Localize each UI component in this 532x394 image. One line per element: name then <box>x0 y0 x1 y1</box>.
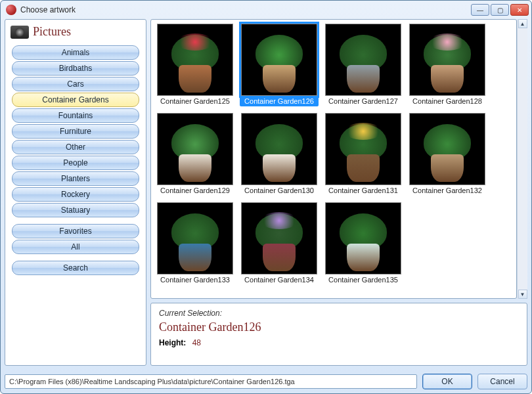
category-container-gardens[interactable]: Container Gardens <box>12 93 139 107</box>
thumbnail-caption: Container Garden130 <box>240 185 319 196</box>
thumbnail-caption: Container Garden135 <box>324 274 403 285</box>
thumbnail-item[interactable]: Container Garden132 <box>407 113 487 196</box>
selection-heading: Current Selection: <box>159 309 519 318</box>
titlebar: Choose artwork — ▢ ✕ <box>1 1 531 19</box>
thumbnail-caption: Container Garden125 <box>156 96 234 106</box>
thumbnail-item[interactable]: Container Garden126 <box>239 24 319 106</box>
thumbnail-caption: Container Garden134 <box>240 274 319 285</box>
sidebar-title: Pictures <box>33 25 71 39</box>
category-statuary[interactable]: Statuary <box>12 203 139 217</box>
scroll-down-icon[interactable]: ▼ <box>518 290 527 299</box>
ok-button[interactable]: OK <box>422 374 472 389</box>
height-value: 48 <box>192 338 201 347</box>
thumbnail-item[interactable]: Container Garden129 <box>155 113 235 196</box>
cancel-button[interactable]: Cancel <box>477 374 527 389</box>
thumbnail-item[interactable]: Container Garden125 <box>155 24 235 106</box>
thumbnail-caption: Container Garden128 <box>408 96 487 106</box>
category-all[interactable]: All <box>12 240 139 254</box>
thumbnail-caption: Container Garden126 <box>240 96 319 106</box>
thumbnail-item[interactable]: Container Garden134 <box>239 202 319 285</box>
thumbnail-item[interactable]: Container Garden130 <box>239 113 319 196</box>
category-fountains[interactable]: Fountains <box>12 108 139 123</box>
minimize-button[interactable]: — <box>471 4 489 16</box>
thumbnail-caption: Container Garden129 <box>156 185 234 196</box>
close-button[interactable]: ✕ <box>510 4 529 16</box>
category-other[interactable]: Other <box>12 140 139 154</box>
vertical-scrollbar[interactable]: ▲ ▼ <box>517 19 527 299</box>
thumbnail-caption: Container Garden127 <box>324 96 403 106</box>
path-field[interactable] <box>5 374 417 389</box>
dialog-window: Choose artwork — ▢ ✕ Pictures AnimalsBir… <box>0 0 532 394</box>
category-rockery[interactable]: Rockery <box>12 187 139 202</box>
category-furniture[interactable]: Furniture <box>12 124 139 139</box>
window-title: Choose artwork <box>20 5 471 14</box>
thumbnail-item[interactable]: Container Garden131 <box>323 113 403 196</box>
maximize-button[interactable]: ▢ <box>491 4 509 16</box>
thumbnail-caption: Container Garden133 <box>156 274 234 285</box>
height-label: Height: <box>159 338 186 347</box>
category-sidebar: Pictures AnimalsBirdbathsCarsContainer G… <box>5 19 146 366</box>
thumbnail-item[interactable]: Container Garden135 <box>323 202 403 285</box>
scroll-up-icon[interactable]: ▲ <box>518 19 527 28</box>
category-planters[interactable]: Planters <box>12 171 139 186</box>
selection-info: Current Selection: Container Garden126 H… <box>150 303 527 366</box>
thumbnail-caption: Container Garden131 <box>324 185 403 196</box>
thumbnail-item[interactable]: Container Garden128 <box>407 24 487 106</box>
category-birdbaths[interactable]: Birdbaths <box>12 61 139 76</box>
thumbnail-grid: Container Garden125Container Garden126Co… <box>155 24 512 285</box>
thumbnail-panel: Container Garden125Container Garden126Co… <box>150 19 517 299</box>
thumbnail-item[interactable]: Container Garden127 <box>323 24 403 106</box>
app-icon <box>6 5 16 15</box>
bottom-bar: OK Cancel <box>5 374 527 389</box>
category-animals[interactable]: Animals <box>12 45 139 60</box>
thumbnail-item[interactable]: Container Garden133 <box>155 202 235 285</box>
camera-icon <box>11 26 29 39</box>
category-people[interactable]: People <box>12 156 139 170</box>
category-cars[interactable]: Cars <box>12 77 139 91</box>
selection-name: Container Garden126 <box>159 320 519 334</box>
category-search[interactable]: Search <box>12 261 139 275</box>
thumbnail-caption: Container Garden132 <box>408 185 487 196</box>
category-favorites[interactable]: Favorites <box>12 224 139 238</box>
